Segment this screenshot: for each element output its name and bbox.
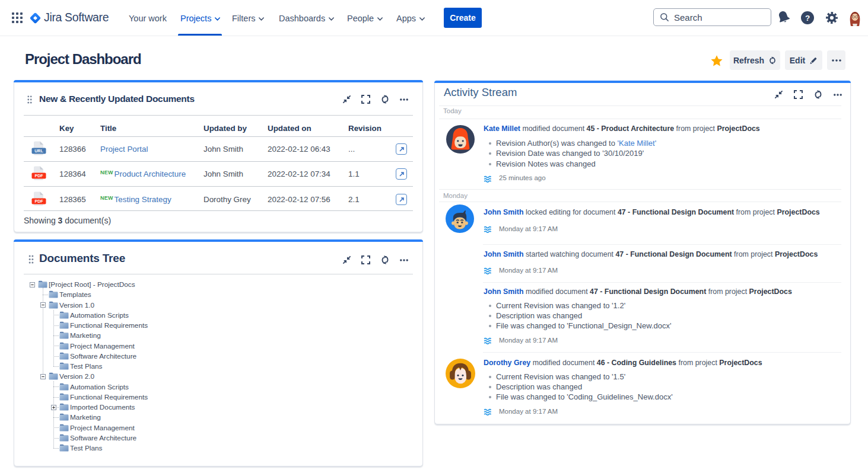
svg-text:URL: URL: [34, 149, 43, 153]
svg-text:PDF: PDF: [35, 199, 44, 203]
svg-text:?: ?: [805, 14, 810, 23]
svg-text:PDF: PDF: [35, 174, 44, 178]
